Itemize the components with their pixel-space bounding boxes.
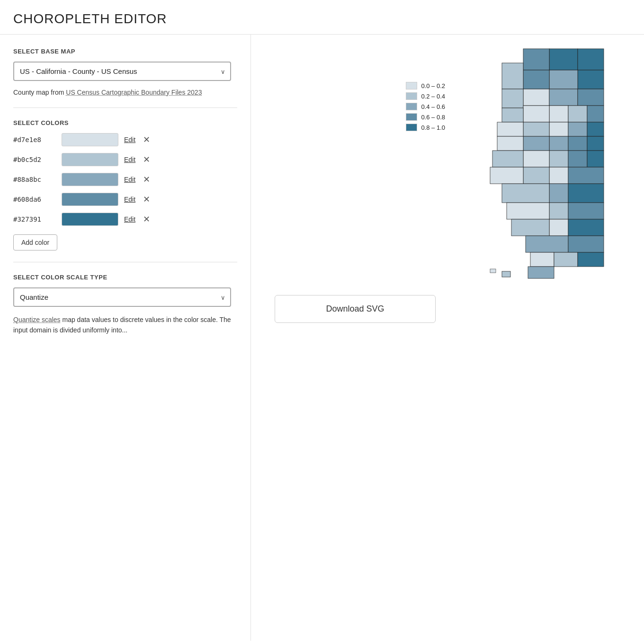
county-san-bernardino (568, 236, 604, 252)
county-tuolumne (587, 151, 604, 167)
county-santa-clara (523, 151, 549, 167)
county-tehama (549, 89, 578, 106)
color-row-1: #b0c5d2 Edit ✕ (13, 153, 237, 166)
right-panel: 0.0 – 0.2 0.2 – 0.4 0.4 – 0.6 0.6 – 0.8 … (251, 35, 644, 641)
legend: 0.0 – 0.2 0.2 – 0.4 0.4 – 0.6 0.6 – 0.8 … (406, 82, 445, 131)
scale-type-label: SELECT COLOR SCALE TYPE (13, 274, 237, 281)
legend-label-3: 0.6 – 0.8 (421, 114, 445, 121)
base-map-label: SELECT BASE MAP (13, 48, 237, 55)
county-santa-barbara (511, 219, 549, 236)
edit-color-button-3[interactable]: Edit (124, 196, 135, 203)
remove-color-button-1[interactable]: ✕ (141, 155, 152, 164)
page-header: CHOROPLETH EDITOR (0, 0, 644, 35)
scale-type-section: SELECT COLOR SCALE TYPE Quantize Linear … (13, 274, 237, 336)
remove-color-button-2[interactable]: ✕ (141, 175, 152, 184)
color-row-0: #d7e1e8 Edit ✕ (13, 133, 237, 146)
page-title: CHOROPLETH EDITOR (13, 11, 631, 27)
county-siskiyou (549, 49, 578, 70)
color-hex-4: #327391 (13, 215, 56, 223)
color-swatch-3[interactable] (62, 193, 118, 206)
edit-color-button-1[interactable]: Edit (124, 156, 135, 163)
color-row-3: #608da6 Edit ✕ (13, 193, 237, 206)
county-sonoma (502, 108, 523, 122)
legend-item-1: 0.2 – 0.4 (406, 92, 445, 100)
divider-2 (13, 262, 237, 262)
county-del-norte (523, 49, 549, 70)
legend-swatch-4 (406, 124, 417, 131)
legend-label-2: 0.4 – 0.6 (421, 103, 445, 110)
scale-type-select-wrapper: Quantize Linear Threshold Ordinal ∨ (13, 287, 231, 307)
california-map (455, 44, 635, 281)
county-kern-e (568, 219, 604, 236)
scale-type-select[interactable]: Quantize Linear Threshold Ordinal (13, 287, 231, 307)
county-solano (523, 136, 549, 151)
scale-description: Quantize scales map data values to discr… (13, 314, 237, 336)
county-placer (568, 122, 587, 136)
county-calaveras (568, 151, 587, 167)
county-fresno-w (549, 184, 568, 203)
colors-label: SELECT COLORS (13, 119, 237, 126)
color-row-4: #327391 Edit ✕ (13, 213, 237, 226)
add-color-button[interactable]: Add color (13, 234, 57, 250)
county-kern-w (549, 219, 568, 236)
map-counties (490, 49, 604, 278)
color-swatch-0[interactable] (62, 133, 118, 146)
base-map-select[interactable]: US - California - County - US Census US … (13, 62, 231, 81)
county-butte (549, 106, 568, 122)
quantize-link[interactable]: Quantize scales (13, 316, 61, 323)
base-map-section: SELECT BASE MAP US - California - County… (13, 48, 237, 96)
color-swatch-1[interactable] (62, 153, 118, 166)
legend-item-3: 0.6 – 0.8 (406, 113, 445, 121)
map-container: 0.0 – 0.2 0.2 – 0.4 0.4 – 0.6 0.6 – 0.8 … (260, 44, 635, 323)
legend-swatch-0 (406, 82, 417, 89)
county-nevada (587, 106, 604, 122)
divider-1 (13, 107, 237, 108)
county-riverside (554, 252, 578, 267)
county-alpine (587, 136, 604, 151)
edit-color-button-4[interactable]: Edit (124, 215, 135, 223)
county-san-luis-obispo (507, 203, 549, 219)
download-svg-button[interactable]: Download SVG (275, 295, 436, 323)
color-hex-0: #d7e1e8 (13, 136, 56, 143)
base-map-select-wrapper: US - California - County - US Census US … (13, 62, 231, 81)
county-san-mateo (492, 151, 523, 167)
remove-color-button-3[interactable]: ✕ (141, 195, 152, 204)
county-monterey-n (490, 167, 523, 184)
county-lake (523, 106, 549, 122)
census-link[interactable]: US Census Cartographic Boundary Files 20… (66, 89, 202, 96)
county-plumas (578, 89, 604, 106)
remove-color-button-4[interactable]: ✕ (141, 215, 152, 224)
color-swatch-2[interactable] (62, 173, 118, 186)
county-mendocino-n (523, 89, 549, 106)
county-stanislaus (549, 151, 568, 167)
color-hex-1: #b0c5d2 (13, 156, 56, 163)
color-hex-2: #88a8bc (13, 176, 56, 183)
colors-section: SELECT COLORS #d7e1e8 Edit ✕ #b0c5d2 Edi… (13, 119, 237, 250)
edit-color-button-0[interactable]: Edit (124, 136, 135, 143)
color-row-2: #88a8bc Edit ✕ (13, 173, 237, 186)
county-eldorado (587, 122, 604, 136)
main-layout: SELECT BASE MAP US - California - County… (0, 35, 644, 641)
legend-item-0: 0.0 – 0.2 (406, 82, 445, 89)
legend-item-4: 0.8 – 1.0 (406, 124, 445, 131)
legend-swatch-2 (406, 103, 417, 110)
county-sierra (568, 106, 587, 122)
county-kings (549, 203, 568, 219)
legend-label-4: 0.8 – 1.0 (421, 124, 445, 131)
county-modoc (578, 49, 604, 70)
legend-swatch-3 (406, 113, 417, 121)
base-map-description: County map from US Census Cartographic B… (13, 89, 237, 96)
county-shasta (549, 70, 578, 89)
county-orange (530, 252, 554, 267)
county-mariposa (568, 167, 604, 184)
county-santa-cruz (523, 167, 549, 184)
color-hex-3: #608da6 (13, 196, 56, 203)
county-sacramento (549, 136, 568, 151)
color-swatch-4[interactable] (62, 213, 118, 226)
download-button-wrapper: Download SVG (260, 295, 635, 323)
edit-color-button-2[interactable]: Edit (124, 176, 135, 183)
legend-label-1: 0.2 – 0.4 (421, 93, 445, 100)
county-san-diego (528, 267, 554, 278)
remove-color-button-0[interactable]: ✕ (141, 135, 152, 144)
county-trinity (523, 70, 549, 89)
